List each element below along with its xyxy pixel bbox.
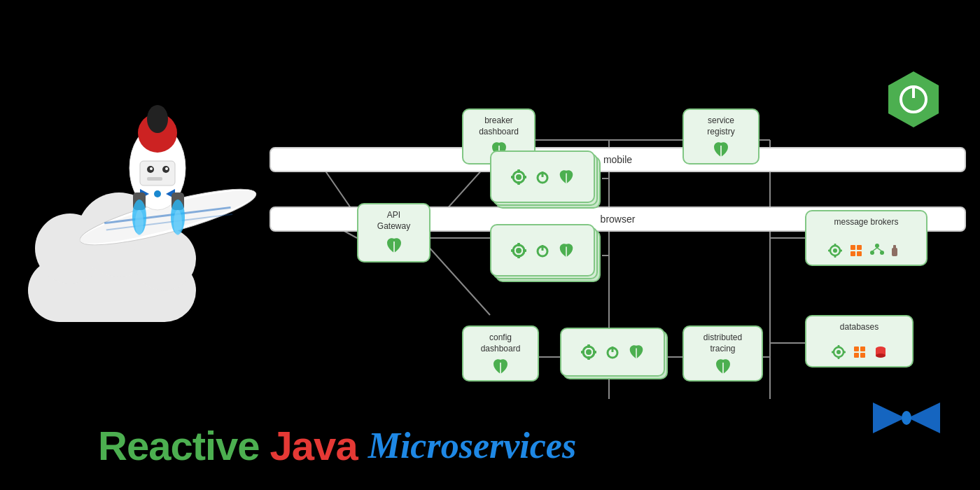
service-registry-label: serviceregistry xyxy=(707,115,734,137)
svg-point-25 xyxy=(150,167,153,170)
mobile-label: mobile xyxy=(603,154,632,165)
svg-rect-44 xyxy=(523,176,526,178)
svg-rect-86 xyxy=(854,346,859,351)
svg-point-32 xyxy=(154,190,161,197)
service-registry-icons xyxy=(711,140,731,160)
leaf-icon-config xyxy=(491,357,510,377)
svg-line-76 xyxy=(872,248,877,251)
svg-point-29 xyxy=(147,105,168,133)
hex-power-icon xyxy=(886,70,941,133)
svg-rect-72 xyxy=(857,251,862,256)
svg-rect-22 xyxy=(140,161,175,186)
svg-rect-66 xyxy=(834,255,836,258)
svg-rect-83 xyxy=(837,356,839,359)
kafka-icon xyxy=(869,242,886,259)
leaf-icon-stack2 xyxy=(557,241,575,260)
message-brokers-icons xyxy=(827,242,906,259)
svg-rect-41 xyxy=(517,169,520,173)
distributed-tracing-icons xyxy=(713,357,733,377)
reactive-text: Reactive xyxy=(98,422,260,469)
svg-rect-65 xyxy=(834,244,836,246)
message-brokers-label: message brokers xyxy=(834,217,898,228)
gear-icon-broker xyxy=(827,242,844,259)
api-gateway-label: APIGateway xyxy=(377,210,410,232)
power-icon-stack2 xyxy=(533,241,552,260)
svg-rect-84 xyxy=(832,351,834,354)
database-cylinder-icon xyxy=(872,344,889,360)
svg-rect-50 xyxy=(517,255,520,258)
svg-marker-93 xyxy=(888,71,939,127)
svg-rect-79 xyxy=(893,245,896,249)
bowtie-icon xyxy=(872,399,941,438)
svg-rect-69 xyxy=(850,245,855,250)
api-gateway-icons xyxy=(384,236,404,255)
svg-rect-51 xyxy=(511,249,514,252)
svg-rect-70 xyxy=(857,245,862,250)
svg-rect-67 xyxy=(828,250,831,252)
svg-rect-59 xyxy=(581,351,584,354)
gear-icon-stack1 xyxy=(510,168,528,186)
svg-point-92 xyxy=(876,354,886,358)
svg-line-77 xyxy=(877,248,882,251)
svg-point-81 xyxy=(836,350,841,354)
microservices-text: Microservices xyxy=(368,425,576,466)
gear-icon-stack2 xyxy=(510,241,528,260)
databases-icons xyxy=(830,344,889,360)
svg-rect-58 xyxy=(587,356,590,360)
browser-label: browser xyxy=(601,214,636,225)
gear-icon-stack3 xyxy=(580,343,598,361)
svg-rect-68 xyxy=(839,250,842,252)
message-brokers-box: message brokers xyxy=(805,210,927,266)
config-dashboard-box: configdashboard xyxy=(462,326,539,382)
config-dashboard-label: configdashboard xyxy=(481,332,521,354)
rocket-illustration xyxy=(49,56,273,280)
svg-point-96 xyxy=(902,411,911,425)
svg-rect-49 xyxy=(517,243,520,246)
leaf-icon-stack1 xyxy=(557,168,575,186)
svg-point-37 xyxy=(135,210,144,235)
api-gateway-box: APIGateway xyxy=(357,203,430,262)
leaf-icon-3 xyxy=(711,140,731,160)
svg-rect-52 xyxy=(523,249,526,252)
databases-box: databases xyxy=(805,315,913,368)
databases-label: databases xyxy=(840,322,878,333)
svg-point-48 xyxy=(516,248,522,253)
mobile-client-box: mobile xyxy=(270,147,966,172)
svg-point-56 xyxy=(586,349,592,355)
rabbit-icon-db xyxy=(851,344,868,360)
svg-rect-60 xyxy=(593,351,596,354)
svg-rect-87 xyxy=(860,346,865,351)
power-icon-stack3 xyxy=(603,343,622,361)
service-registry-box: serviceregistry xyxy=(682,108,760,164)
leaf-icon-tracing xyxy=(713,357,733,377)
leaf-icon-stack3 xyxy=(627,343,645,361)
svg-rect-42 xyxy=(517,181,520,185)
svg-rect-57 xyxy=(587,344,590,348)
svg-point-26 xyxy=(165,167,168,170)
svg-rect-89 xyxy=(860,353,865,358)
config-dashboard-icons xyxy=(491,357,510,377)
svg-rect-82 xyxy=(837,345,839,348)
svg-rect-85 xyxy=(843,351,846,354)
svg-rect-43 xyxy=(511,176,514,178)
leaf-icon xyxy=(384,236,404,255)
distributed-tracing-box: distributedtracing xyxy=(682,326,763,382)
svg-point-64 xyxy=(833,248,837,253)
gear-icon-db xyxy=(830,344,847,360)
page-title: Reactive Java Microservices xyxy=(98,422,576,469)
svg-rect-71 xyxy=(850,251,855,256)
svg-line-4 xyxy=(427,245,490,315)
rabbit-icon xyxy=(848,242,864,259)
svg-point-38 xyxy=(174,210,182,235)
svg-point-40 xyxy=(516,174,522,180)
svg-point-73 xyxy=(875,244,879,248)
svg-rect-88 xyxy=(854,353,859,358)
activemq-icon xyxy=(890,242,906,259)
diagram-container: mobile browser APIGateway breakerdashboa… xyxy=(0,0,980,490)
power-icon-stack1 xyxy=(533,168,552,186)
distributed-tracing-label: distributedtracing xyxy=(704,332,742,354)
svg-rect-27 xyxy=(147,177,162,181)
breaker-dashboard-label: breakerdashboard xyxy=(479,115,519,137)
java-text: Java xyxy=(270,422,358,469)
